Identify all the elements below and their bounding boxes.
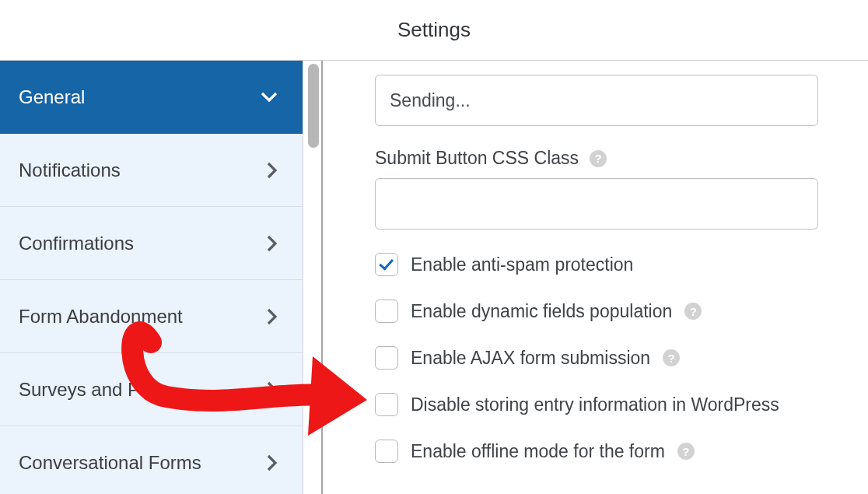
chevron-right-icon [267,235,278,252]
sidebar-column: General Notifications Confirmations Form… [0,61,319,494]
input-value: Sending... [390,90,471,111]
sidebar-item-label: General [19,86,85,108]
option-label: Enable offline mode for the form [411,441,665,462]
css-class-label-row: Submit Button CSS Class ? [375,148,831,169]
sidebar-item-conversational-forms[interactable]: Conversational Forms [0,426,303,494]
css-class-label: Submit Button CSS Class [375,148,579,169]
sidebar: General Notifications Confirmations Form… [0,61,303,494]
chevron-right-icon [267,308,278,325]
checkbox[interactable] [375,253,398,276]
option-dynamic-fields[interactable]: Enable dynamic fields population ? [375,300,831,323]
chevron-right-icon [267,454,278,471]
sidebar-scrollbar-thumb[interactable] [308,64,319,148]
sidebar-item-general[interactable]: General [0,61,303,134]
chevron-down-icon [261,92,278,103]
option-label: Enable anti-spam protection [411,254,633,275]
sidebar-item-label: Surveys and Polls [19,379,168,401]
settings-header: Settings [0,0,868,61]
checkbox[interactable] [375,300,398,323]
sidebar-item-confirmations[interactable]: Confirmations [0,207,303,280]
checkbox[interactable] [375,393,398,416]
option-anti-spam[interactable]: Enable anti-spam protection [375,253,831,276]
sidebar-item-form-abandonment[interactable]: Form Abandonment [0,280,303,353]
sidebar-item-notifications[interactable]: Notifications [0,134,303,207]
sidebar-item-label: Conversational Forms [19,452,201,474]
help-icon[interactable]: ? [677,443,695,460]
help-icon[interactable]: ? [590,150,607,167]
option-label: Enable AJAX form submission [411,348,650,369]
chevron-right-icon [267,162,278,179]
main: General Notifications Confirmations Form… [0,61,868,494]
help-icon[interactable]: ? [663,349,680,366]
submit-button-css-class-input[interactable] [375,178,818,229]
option-ajax-submission[interactable]: Enable AJAX form submission ? [375,346,831,370]
option-label: Disable storing entry information in Wor… [411,394,779,415]
option-label: Enable dynamic fields population [411,301,672,322]
sidebar-item-label: Form Abandonment [19,306,183,328]
chevron-right-icon [267,381,278,398]
option-disable-storing-entry[interactable]: Disable storing entry information in Wor… [375,393,831,416]
checkbox[interactable] [375,440,398,463]
settings-content: Sending... Submit Button CSS Class ? Ena… [319,61,868,494]
help-icon[interactable]: ? [684,303,702,320]
sidebar-item-label: Notifications [19,159,121,181]
submit-processing-text-input[interactable]: Sending... [375,75,818,126]
sidebar-item-surveys-and-polls[interactable]: Surveys and Polls [0,353,303,426]
option-offline-mode[interactable]: Enable offline mode for the form ? [375,440,831,463]
checkbox[interactable] [375,346,398,370]
sidebar-scrollbar-track[interactable] [308,64,319,491]
page-title: Settings [397,18,471,42]
sidebar-item-label: Confirmations [19,233,134,254]
